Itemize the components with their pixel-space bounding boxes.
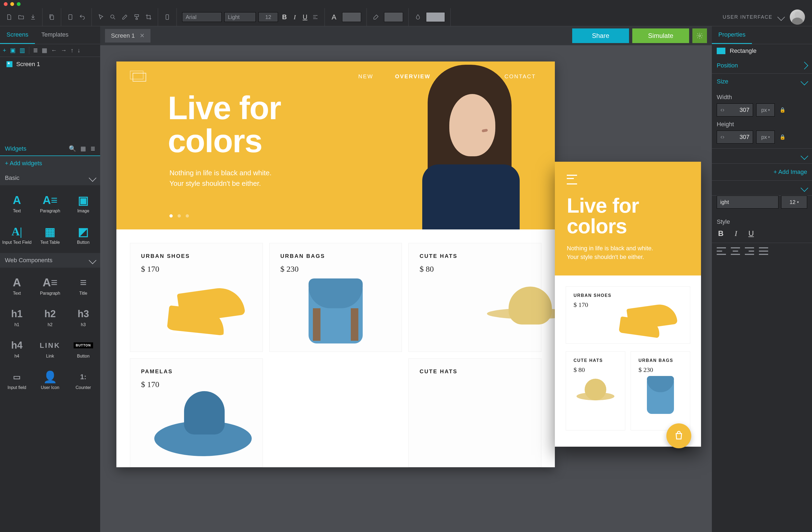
web-counter[interactable]: 1:Counter bbox=[68, 365, 99, 395]
lock-height-icon[interactable]: 🔒 bbox=[780, 134, 785, 140]
text-color-icon[interactable]: A bbox=[330, 13, 338, 21]
size-section[interactable]: Size bbox=[712, 74, 812, 89]
nav-forward-icon[interactable]: → bbox=[61, 47, 67, 54]
new-file-icon[interactable] bbox=[5, 13, 13, 21]
italic-icon[interactable]: I bbox=[291, 13, 299, 21]
cart-fab[interactable] bbox=[666, 423, 691, 448]
tab-properties[interactable]: Properties bbox=[712, 26, 752, 44]
web-input-field[interactable]: ▭Input field bbox=[1, 365, 33, 395]
simulate-button[interactable]: Simulate bbox=[632, 28, 689, 43]
web-text[interactable]: AText bbox=[1, 271, 33, 301]
width-unit-select[interactable]: px▾ bbox=[756, 103, 775, 116]
desktop-artboard[interactable]: NEW OVERVIEW GALLERY CONTACT Live forcol… bbox=[116, 61, 555, 467]
widget-text-table[interactable]: ▦Text Table bbox=[34, 220, 66, 250]
product-card[interactable]: PAMELAS $ 170 bbox=[130, 359, 263, 467]
web-h1[interactable]: h1h1 bbox=[1, 302, 33, 332]
mobile-product-card[interactable]: URBAN SHOES $ 170 bbox=[566, 286, 690, 344]
user-avatar[interactable] bbox=[790, 10, 805, 25]
brush-icon[interactable] bbox=[372, 13, 380, 21]
widgets-search-icon[interactable]: 🔍 bbox=[69, 145, 76, 152]
text-color-swatch[interactable] bbox=[342, 12, 361, 22]
chevron-down-icon[interactable] bbox=[777, 13, 785, 21]
nav-back-icon[interactable]: ← bbox=[51, 47, 57, 54]
crop-icon[interactable] bbox=[145, 13, 153, 21]
web-link[interactable]: LINKLink bbox=[34, 334, 66, 364]
workspace-label[interactable]: USER INTERFACE bbox=[723, 14, 772, 20]
document-tab[interactable]: Screen 1 ✕ bbox=[105, 29, 150, 43]
bold-toggle[interactable]: B bbox=[717, 229, 725, 238]
align-right-icon[interactable] bbox=[745, 247, 754, 255]
align-left-icon[interactable] bbox=[717, 247, 726, 255]
widget-text[interactable]: AText bbox=[1, 188, 33, 218]
underline-toggle[interactable]: U bbox=[747, 229, 755, 238]
widget-image[interactable]: ▣Image bbox=[68, 188, 99, 218]
search-icon[interactable] bbox=[109, 13, 117, 21]
product-card[interactable]: URBAN SHOES $ 170 bbox=[130, 243, 263, 352]
width-input[interactable]: ‹›307 bbox=[717, 103, 753, 116]
web-user-icon[interactable]: 👤User Icon bbox=[34, 365, 66, 395]
add-widgets-button[interactable]: + Add widgets bbox=[0, 156, 100, 171]
device-rotate-icon[interactable] bbox=[67, 13, 74, 21]
panel-font-size-input[interactable]: 12▾ bbox=[781, 196, 807, 209]
web-button[interactable]: BUTTONButton bbox=[68, 334, 99, 364]
widget-input-text[interactable]: A|Input Text Field bbox=[1, 220, 33, 250]
tab-templates[interactable]: Templates bbox=[35, 26, 75, 44]
collapsed-section-2[interactable] bbox=[712, 181, 812, 196]
font-size-input[interactable]: 12 bbox=[259, 12, 278, 22]
web-h4[interactable]: h4h4 bbox=[1, 334, 33, 364]
list-view-icon[interactable]: ≣ bbox=[33, 47, 38, 54]
site-logo-icon[interactable] bbox=[130, 71, 147, 82]
fill-color-swatch[interactable] bbox=[426, 12, 445, 22]
widgets-tab[interactable]: Widgets bbox=[5, 145, 26, 152]
add-folder-icon[interactable]: ▥ bbox=[19, 47, 25, 54]
mobile-artboard[interactable]: Live forcolors Nothing in life is black … bbox=[555, 162, 701, 447]
web-title[interactable]: ≡Title bbox=[68, 271, 99, 301]
align-justify-icon[interactable] bbox=[759, 247, 768, 255]
widgets-grid-icon[interactable]: ▦ bbox=[81, 145, 86, 152]
nav-up-icon[interactable]: ↑ bbox=[71, 47, 74, 54]
widget-button[interactable]: ◩Button bbox=[68, 220, 99, 250]
align-center-icon[interactable] bbox=[731, 247, 740, 255]
italic-toggle[interactable]: I bbox=[732, 229, 740, 238]
lock-width-icon[interactable]: 🔒 bbox=[780, 107, 785, 113]
add-image-screen-icon[interactable]: ▣ bbox=[10, 47, 16, 54]
undo-icon[interactable] bbox=[78, 13, 86, 21]
share-button[interactable]: Share bbox=[572, 28, 629, 43]
close-tab-icon[interactable]: ✕ bbox=[140, 32, 145, 39]
web-h2[interactable]: h2h2 bbox=[34, 302, 66, 332]
position-section[interactable]: Position bbox=[712, 58, 812, 73]
maximize-window-icon[interactable] bbox=[17, 2, 20, 6]
underline-icon[interactable]: U bbox=[301, 13, 309, 21]
stroke-color-swatch[interactable] bbox=[384, 12, 403, 22]
widgets-web-head[interactable]: Web Components bbox=[0, 253, 100, 268]
opacity-icon[interactable] bbox=[414, 13, 422, 21]
hamburger-icon[interactable] bbox=[567, 175, 577, 184]
bold-icon[interactable]: B bbox=[281, 13, 288, 21]
copy-icon[interactable] bbox=[48, 13, 56, 21]
shape-color-swatch[interactable] bbox=[717, 48, 725, 54]
open-folder-icon[interactable] bbox=[17, 13, 25, 21]
font-family-select[interactable]: Arial bbox=[182, 12, 222, 22]
add-screen-icon[interactable]: + bbox=[3, 47, 6, 54]
widgets-list-icon[interactable]: ≣ bbox=[90, 145, 95, 152]
carousel-dots[interactable] bbox=[170, 214, 189, 218]
widgets-basic-head[interactable]: Basic bbox=[0, 171, 100, 185]
web-paragraph[interactable]: A≡Paragraph bbox=[34, 271, 66, 301]
add-image-button[interactable]: + Add Image bbox=[712, 164, 812, 180]
height-unit-select[interactable]: px▾ bbox=[756, 130, 775, 143]
nav-new[interactable]: NEW bbox=[358, 73, 374, 80]
cursor-icon[interactable] bbox=[97, 13, 105, 21]
web-h3[interactable]: h3h3 bbox=[68, 302, 99, 332]
product-card[interactable]: CUTE HATS bbox=[408, 359, 541, 467]
widget-paragraph[interactable]: A≡Paragraph bbox=[34, 188, 66, 218]
minimize-window-icon[interactable] bbox=[10, 2, 14, 6]
mobile-product-card[interactable]: CUTE HATS $ 80 bbox=[566, 351, 625, 431]
format-paint-icon[interactable] bbox=[133, 13, 141, 21]
nav-down-icon[interactable]: ↓ bbox=[77, 47, 81, 54]
panel-font-weight-select[interactable]: ight bbox=[717, 196, 779, 209]
collapsed-section-1[interactable] bbox=[712, 149, 812, 164]
product-card[interactable]: CUTE HATS $ 80 bbox=[408, 243, 541, 352]
grid-view-icon[interactable]: ▦ bbox=[42, 47, 47, 54]
height-input[interactable]: ‹›307 bbox=[717, 130, 753, 143]
mobile-product-card[interactable]: URBAN BAGS $ 230 bbox=[630, 351, 690, 431]
